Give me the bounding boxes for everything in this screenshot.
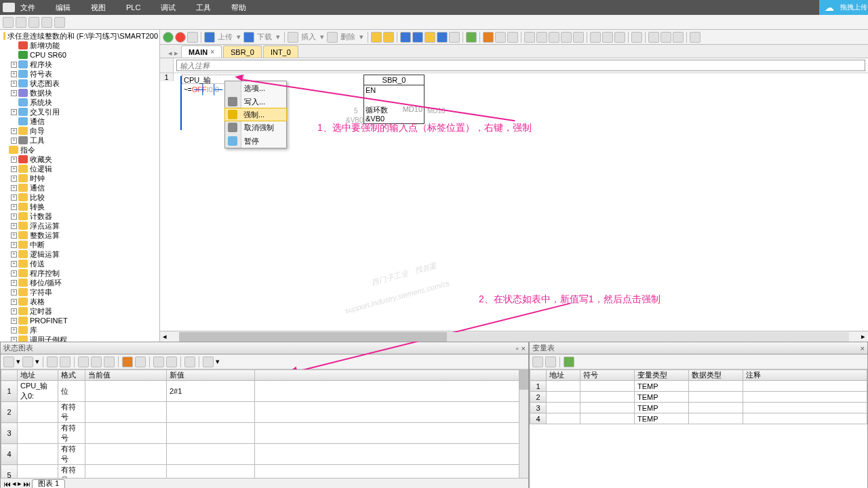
open-icon[interactable] [16, 17, 26, 28]
tree-instructions[interactable]: 指令 [0, 145, 159, 155]
tb-icon[interactable] [536, 32, 547, 43]
tb-icon[interactable] [631, 32, 642, 43]
menu-plc[interactable]: PLC [126, 3, 140, 12]
tree-wizard[interactable]: +向导 [0, 126, 159, 136]
tree-symbol-table[interactable]: +符号表 [0, 69, 159, 79]
tb-icon[interactable] [690, 32, 701, 43]
chart-sheet-tab[interactable]: 图表 1 [32, 479, 65, 489]
tb-icon[interactable] [549, 32, 559, 43]
tb-icon[interactable] [524, 32, 535, 43]
tb-icon[interactable] [184, 357, 195, 367]
tb-icon[interactable] [564, 357, 574, 367]
tab-main[interactable]: MAIN× [181, 45, 222, 58]
insert-icon[interactable] [288, 32, 298, 43]
lock-icon[interactable] [483, 32, 494, 43]
pin-icon[interactable]: ▫ [516, 344, 519, 352]
new-icon[interactable] [3, 17, 14, 28]
status-vscroll[interactable] [519, 369, 528, 478]
tb-icon[interactable] [648, 32, 659, 43]
tree-new-feature[interactable]: 新增功能 [0, 41, 159, 50]
upload-icon[interactable] [204, 32, 215, 43]
tb-icon[interactable] [425, 32, 435, 43]
tb-icon[interactable] [22, 357, 33, 367]
ctx-options[interactable]: 选项... [225, 81, 286, 95]
menu-view[interactable]: 视图 [91, 3, 106, 13]
scrollbar-thumb[interactable] [179, 332, 447, 342]
tb-icon[interactable] [60, 357, 71, 367]
tb-icon[interactable] [135, 357, 146, 367]
tb-icon[interactable] [3, 357, 14, 367]
variable-table-grid[interactable]: 地址符号变量类型数据类型注释 1TEMP 2TEMP 3TEMP 4TEMP [530, 369, 867, 424]
tb-icon[interactable] [590, 32, 601, 43]
tree-favorites[interactable]: +收藏夹 [0, 155, 159, 164]
tb-icon[interactable] [449, 32, 460, 43]
tree-profinet[interactable]: +PROFINET [0, 316, 159, 325]
delete-icon[interactable] [327, 32, 338, 43]
screen-icon[interactable] [54, 17, 65, 28]
tree-library[interactable]: +库 [0, 325, 159, 335]
tb-icon[interactable] [545, 357, 556, 367]
tree-comm-inst[interactable]: +通信 [0, 183, 159, 192]
tree-float[interactable]: +浮点运算 [0, 221, 159, 230]
tree-clock[interactable]: +时钟 [0, 174, 159, 183]
tb-icon[interactable] [104, 357, 115, 367]
menu-file[interactable]: 文件 [20, 3, 35, 13]
tree-tools[interactable]: +工具 [0, 136, 159, 145]
close-icon[interactable]: × [861, 344, 865, 352]
compile-icon[interactable] [187, 32, 198, 43]
tree-counter[interactable]: +计数器 [0, 211, 159, 221]
tree-timer[interactable]: +定时器 [0, 306, 159, 316]
tb-icon[interactable] [507, 32, 518, 43]
tree-shift[interactable]: +移位/循环 [0, 278, 159, 287]
tree-bit-logic[interactable]: +位逻辑 [0, 164, 159, 174]
status-chart-grid[interactable]: 地址格式当前值新值 1CPU_输入0:位2#1 2有符号 3有符号 4有符号 5… [1, 369, 528, 478]
tab-int0[interactable]: INT_0 [263, 45, 298, 58]
menu-tool[interactable]: 工具 [196, 3, 211, 13]
tb-icon[interactable] [614, 32, 625, 43]
tb-icon[interactable] [203, 357, 214, 367]
tree-program-block[interactable]: +程序块 [0, 60, 159, 69]
tb-icon[interactable] [673, 32, 684, 43]
tree-string[interactable]: +字符串 [0, 287, 159, 297]
tree-status-chart[interactable]: +状态图表 [0, 79, 159, 88]
tree-compare[interactable]: +比较 [0, 192, 159, 202]
tb-icon[interactable] [400, 32, 411, 43]
ctx-write[interactable]: 写入... [225, 95, 286, 108]
tree-program-ctrl[interactable]: +程序控制 [0, 268, 159, 278]
tb-icon[interactable] [602, 32, 613, 43]
tree-logic[interactable]: +逻辑运算 [0, 249, 159, 259]
tree-int[interactable]: +整数运算 [0, 230, 159, 240]
tree-transfer[interactable]: +传送 [0, 259, 159, 268]
tree-call-sub[interactable]: +调用子例程 [0, 335, 159, 342]
close-icon[interactable]: × [521, 344, 526, 352]
tree-system-block[interactable]: 系统块 [0, 98, 159, 107]
ctx-unforce[interactable]: 取消强制 [225, 121, 286, 134]
tb-icon[interactable] [47, 357, 58, 367]
tb-icon[interactable] [561, 32, 572, 43]
cloud-icon[interactable]: ☁ [819, 0, 840, 15]
tb-icon[interactable] [412, 32, 423, 43]
tree-table[interactable]: +表格 [0, 297, 159, 306]
force-icon[interactable] [122, 357, 133, 367]
nav-first[interactable]: ⏮ [3, 480, 11, 488]
tb-icon[interactable] [532, 357, 543, 367]
tb-icon[interactable] [466, 32, 477, 43]
tb-icon[interactable] [660, 32, 671, 43]
tree-data-block[interactable]: +数据块 [0, 88, 159, 98]
download-icon[interactable] [243, 32, 254, 43]
menu-edit[interactable]: 编辑 [56, 3, 71, 13]
tree-cpu[interactable]: CPU SR60 [0, 50, 159, 60]
close-icon[interactable]: × [210, 48, 214, 56]
menu-debug[interactable]: 调试 [161, 3, 176, 13]
tb-icon[interactable] [495, 32, 506, 43]
project-tree[interactable]: 求任意连续整数的和 (F:\学习练习\SMART200 新增功能 CPU SR6… [0, 30, 159, 342]
nav-next[interactable]: ▸ [18, 479, 22, 488]
drag-upload-button[interactable]: 拖拽上传 [840, 0, 868, 15]
tree-project-root[interactable]: 求任意连续整数的和 (F:\学习练习\SMART200 [0, 31, 159, 41]
save-icon[interactable] [28, 17, 39, 28]
ctx-force[interactable]: 强制... [224, 108, 287, 121]
ctx-pause[interactable]: 暂停 [225, 134, 286, 148]
tb-icon[interactable] [371, 32, 382, 43]
tb-icon[interactable] [383, 32, 394, 43]
nav-last[interactable]: ⏭ [23, 480, 31, 488]
